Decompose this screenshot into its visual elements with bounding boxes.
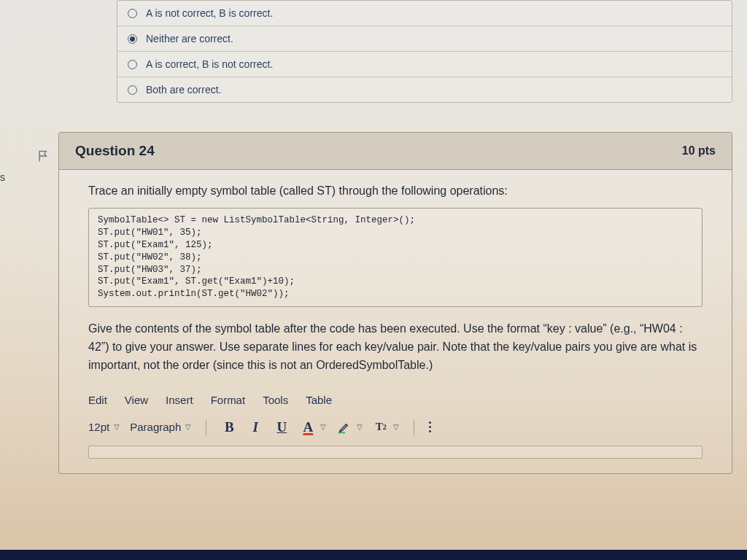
question-title: Question 24 (75, 143, 155, 159)
menu-edit[interactable]: Edit (88, 394, 107, 406)
editor-menubar: Edit View Insert Format Tools Table (88, 394, 703, 406)
font-size-select[interactable]: 12pt ▽ (88, 421, 120, 433)
bold-button[interactable]: B (221, 419, 237, 435)
radio-icon[interactable] (128, 9, 137, 18)
chevron-down-icon: ▽ (357, 423, 363, 431)
highlight-icon (336, 420, 352, 435)
editor-toolbar: 12pt ▽ Paragraph ▽ B I U A ▽ (88, 419, 703, 435)
text-color-icon: A (300, 419, 316, 435)
answer-editor[interactable] (88, 446, 703, 459)
code-block: SymbolTable<> ST = new ListSymbolTable<S… (88, 208, 703, 307)
option-row[interactable]: Neither are correct. (117, 26, 732, 52)
font-size-value: 12pt (88, 421, 109, 433)
radio-icon[interactable] (128, 34, 137, 44)
radio-icon[interactable] (128, 85, 137, 95)
block-format-value: Paragraph (130, 421, 181, 433)
option-row[interactable]: A is not correct, B is correct. (117, 1, 732, 26)
svg-rect-0 (339, 432, 345, 433)
taskbar-fragment (0, 550, 747, 560)
chevron-down-icon: ▽ (393, 423, 399, 431)
menu-format[interactable]: Format (211, 394, 246, 406)
option-label: Both are correct. (146, 84, 222, 96)
chevron-down-icon: ▽ (320, 423, 326, 431)
question-prompt: Trace an initially empty symbol table (c… (88, 184, 703, 198)
chevron-down-icon: ▽ (114, 423, 120, 431)
sidebar-fragment: s (0, 171, 7, 198)
italic-button[interactable]: I (247, 419, 263, 435)
chevron-down-icon: ▽ (185, 423, 191, 431)
option-label: A is correct, B is not correct. (146, 58, 273, 70)
text-color-select[interactable]: A ▽ (300, 419, 326, 435)
option-label: A is not correct, B is correct. (146, 7, 273, 19)
flag-icon[interactable] (36, 148, 51, 164)
question-header: Question 24 10 pts (59, 133, 732, 170)
superscript-select[interactable]: T2 ▽ (373, 421, 399, 433)
block-format-select[interactable]: Paragraph ▽ (130, 421, 191, 433)
toolbar-separator (206, 419, 206, 435)
question-card: Question 24 10 pts Trace an initially em… (58, 132, 732, 474)
option-label: Neither are correct. (146, 33, 233, 44)
toolbar-separator (414, 419, 414, 435)
menu-insert[interactable]: Insert (166, 394, 193, 406)
highlight-select[interactable]: ▽ (336, 420, 363, 435)
menu-tools[interactable]: Tools (263, 394, 288, 406)
option-row[interactable]: A is correct, B is not correct. (117, 52, 732, 77)
menu-table[interactable]: Table (306, 394, 332, 406)
menu-view[interactable]: View (125, 394, 148, 406)
underline-button[interactable]: U (274, 419, 290, 435)
question-instructions: Give the contents of the symbol table af… (88, 320, 703, 374)
option-row[interactable]: Both are correct. (117, 77, 732, 102)
question-points: 10 pts (682, 144, 716, 158)
superscript-icon: T2 (373, 421, 389, 433)
radio-icon[interactable] (128, 60, 137, 69)
more-button[interactable] (429, 421, 431, 432)
previous-question-options: A is not correct, B is correct. Neither … (117, 0, 732, 103)
